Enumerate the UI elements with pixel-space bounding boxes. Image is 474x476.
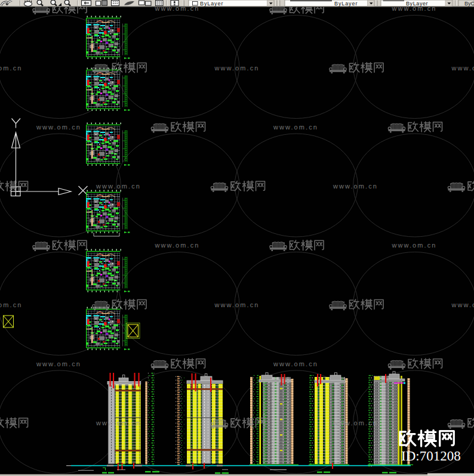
svg-text:www.om.cn: www.om.cn <box>391 242 436 249</box>
svg-text:www.om.cn: www.om.cn <box>0 301 23 308</box>
svg-text:ByLayer: ByLayer <box>334 1 358 7</box>
svg-text:www.om.cn: www.om.cn <box>214 64 259 72</box>
svg-text:www.om.cn: www.om.cn <box>273 123 318 131</box>
svg-text:www.om.cn: www.om.cn <box>154 242 199 249</box>
svg-text:www.om.cn: www.om.cn <box>451 301 474 308</box>
svg-text:www.om.cn: www.om.cn <box>333 183 378 190</box>
svg-text:www.om.cn: www.om.cn <box>96 419 141 426</box>
svg-text:www.om.cn: www.om.cn <box>333 419 378 426</box>
svg-text:www.om.cn: www.om.cn <box>36 123 81 131</box>
svg-text:www.om.cn: www.om.cn <box>0 64 23 72</box>
svg-text:ByLayer: ByLayer <box>406 1 428 7</box>
svg-text:ByLayer: ByLayer <box>200 1 223 7</box>
svg-text:www.om.cn: www.om.cn <box>36 360 81 367</box>
svg-text:ByCo: ByCo <box>464 1 474 7</box>
svg-text:www.om.cn: www.om.cn <box>451 64 474 72</box>
svg-text:www.om.cn: www.om.cn <box>96 183 141 190</box>
svg-text:ID:701208: ID:701208 <box>401 449 461 463</box>
svg-text:www.om.cn: www.om.cn <box>273 360 318 367</box>
svg-text:www.om.cn: www.om.cn <box>214 301 259 308</box>
